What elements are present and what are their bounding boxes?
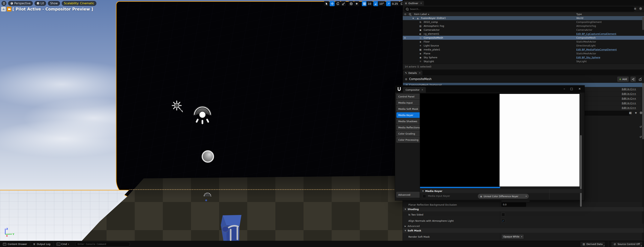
- edit-in-cpp-link[interactable]: Edit in C++: [622, 88, 636, 90]
- select-tool-button[interactable]: [324, 1, 329, 6]
- outliner-row[interactable]: ◈ Floor StaticMeshActor: [403, 40, 644, 44]
- outliner-row[interactable]: ◐ cg_element1 Edit BP_CgCaptureCompEleme…: [403, 32, 644, 36]
- details-scrollbar-thumb[interactable]: [642, 83, 644, 139]
- minimize-icon[interactable]: –: [564, 87, 565, 90]
- reset-property-icon[interactable]: ↺: [640, 135, 642, 139]
- close-icon[interactable]: ✕: [578, 87, 581, 90]
- outliner-row[interactable]: ◉ Sky Sphere Edit BP_Sky_Sphere: [403, 55, 644, 59]
- angle-snap-value[interactable]: 10°: [378, 1, 386, 6]
- outliner-row[interactable]: ⊙ ◎ CompositeMesh CompositeMesh: [403, 36, 644, 40]
- actor-type[interactable]: CompositeMesh: [576, 36, 596, 40]
- actor-type[interactable]: Edit BP_CgCaptureCompElement: [576, 32, 616, 36]
- compositor-nav-tab[interactable]: Media Input: [396, 100, 420, 105]
- close-icon[interactable]: ✕: [422, 89, 423, 91]
- angle-snap-button[interactable]: [373, 1, 378, 6]
- scale-tool-button[interactable]: [341, 1, 346, 6]
- search-input[interactable]: [410, 7, 633, 11]
- grid-snap-button[interactable]: [362, 1, 367, 6]
- compositor-nav-tab[interactable]: Media Reflections: [396, 125, 420, 130]
- output-log-button[interactable]: ≣ Output Log: [30, 241, 53, 247]
- edit-in-cpp-link[interactable]: Edit in C++: [622, 102, 636, 105]
- gear-icon[interactable]: [640, 111, 642, 114]
- eye-icon[interactable]: ⊙: [404, 36, 406, 40]
- render-soft-mask-dropdown[interactable]: Opaque White ▾: [502, 234, 524, 239]
- actor-type[interactable]: World: [576, 16, 583, 20]
- camera-actor-mesh[interactable]: [218, 215, 246, 241]
- visibility-column-icon[interactable]: ⊙: [404, 13, 406, 15]
- planar-occlusion-field[interactable]: 0.0: [502, 203, 526, 207]
- actor-type[interactable]: SkyLight: [576, 59, 586, 63]
- close-icon[interactable]: ✕: [419, 72, 420, 74]
- actor-type[interactable]: Edit BP_MediaPlateCompElement: [576, 48, 617, 51]
- compositor-nav-tab[interactable]: Color Grading: [396, 131, 420, 136]
- edit-in-cpp-link[interactable]: Edit in C++: [622, 97, 636, 100]
- cmd-dropdown[interactable]: >_ Cmd ▾: [54, 241, 72, 247]
- reset-property-icon[interactable]: ↺: [640, 125, 642, 129]
- scale-snap-value[interactable]: 0.25: [390, 1, 400, 6]
- preview-vscrollbar-thumb[interactable]: [580, 135, 582, 207]
- property-row-planar[interactable]: Planar Reflection Background Occlusion 0…: [403, 202, 642, 207]
- actor-type[interactable]: DirectionalLight: [576, 44, 596, 48]
- outliner-search[interactable]: [404, 7, 635, 11]
- source-control-button[interactable]: ⊘ Source Control Off: [611, 242, 642, 247]
- section-shading[interactable]: ▼ Shading: [403, 207, 644, 212]
- derived-data-button[interactable]: ▤ Derived Data: [580, 242, 605, 247]
- compositor-window[interactable]: Compositor ✕ – □ ✕ Control Panel Media I…: [395, 85, 585, 201]
- preview-hscrollbar-thumb[interactable]: [420, 187, 500, 188]
- expand-caret[interactable]: ▼: [412, 16, 415, 20]
- actor-type[interactable]: StaticMeshActor: [576, 51, 596, 55]
- compositor-titlebar[interactable]: Compositor ✕ – □ ✕: [395, 85, 584, 93]
- edit-in-cpp-link[interactable]: Edit in C++: [622, 92, 636, 95]
- surface-snap-button[interactable]: ❖: [354, 1, 359, 6]
- grid-snap-value[interactable]: 10: [366, 1, 373, 6]
- eject-pilot-icon[interactable]: [1, 7, 6, 11]
- outliner-row[interactable]: ☼ SkyLight SkyLight: [403, 59, 644, 63]
- pilot-camera-icon[interactable]: [7, 7, 12, 11]
- advanced-expander[interactable]: ▶ Advanced: [403, 224, 644, 229]
- type-column[interactable]: Type: [576, 13, 582, 15]
- console-command-input[interactable]: [75, 242, 130, 247]
- outliner-row[interactable]: ☀ Light Source DirectionalLight: [403, 44, 644, 48]
- outliner-row[interactable]: ▤ Atmospheric Fog AtmosphericFog: [403, 24, 644, 28]
- scale-snap-button[interactable]: ↗: [386, 1, 391, 6]
- two-sided-checkbox[interactable]: ✓: [502, 213, 505, 216]
- actor-type[interactable]: StaticMeshActor: [576, 40, 596, 44]
- level-viewport[interactable]: Z Y X Perspective Lit Show Scalability: …: [0, 0, 402, 241]
- preview-vscrollbar[interactable]: [580, 93, 582, 200]
- media-plate-selected[interactable]: [116, 1, 402, 198]
- keyer-type-dropdown[interactable]: ◉ Unreal Color Difference Keyer ▾: [478, 194, 529, 199]
- media-keyer-section-header[interactable]: ▼ Media Keyer: [420, 189, 582, 193]
- small-sphere-gizmo[interactable]: [205, 199, 207, 201]
- atmospheric-fog-gizmo[interactable]: [202, 150, 214, 163]
- compositor-nav-tab[interactable]: Media Keyer: [396, 112, 420, 118]
- outliner-row[interactable]: ◈ Plane StaticMeshActor: [403, 51, 644, 55]
- move-tool-button[interactable]: [330, 1, 335, 6]
- actor-type[interactable]: Edit BP_Sky_Sphere: [576, 55, 600, 59]
- outliner-row[interactable]: ◼ CameraActor CameraActor: [403, 28, 644, 32]
- gear-icon[interactable]: [639, 7, 642, 10]
- outliner-scrollbar[interactable]: [642, 17, 644, 30]
- show-button[interactable]: Show: [48, 1, 60, 6]
- compositor-nav-tab[interactable]: Media Shadows: [396, 118, 420, 124]
- item-label-column[interactable]: Item Label: [414, 13, 427, 15]
- media-input-keyer-checkbox[interactable]: [423, 195, 426, 198]
- directional-light-gizmo[interactable]: [171, 100, 184, 114]
- actor-type[interactable]: AtmosphericFog: [576, 24, 596, 28]
- camera-speed-button[interactable]: [400, 1, 402, 6]
- compositor-nav-tab[interactable]: Color Processing: [396, 137, 420, 143]
- compositor-nav-tab[interactable]: Media Soft Mask: [396, 106, 420, 112]
- pin-column-icon[interactable]: [409, 13, 411, 15]
- maximize-icon[interactable]: □: [570, 87, 573, 90]
- tab-outliner[interactable]: ≣ Outliner ✕: [403, 1, 424, 6]
- property-row-render-soft-mask[interactable]: Render Soft Mask Opaque White ▾: [403, 233, 642, 241]
- align-normals-checkbox[interactable]: ✓: [502, 219, 505, 223]
- blueprint-button[interactable]: [630, 77, 636, 82]
- actor-type[interactable]: CameraActor: [576, 28, 592, 32]
- outliner-row[interactable]: ▼ ▲ FusionKeyer (Editor) World: [403, 16, 644, 20]
- tab-compositor[interactable]: Compositor ✕: [403, 87, 426, 93]
- scalability-button[interactable]: Scalability: Cinematic: [62, 1, 96, 6]
- preview-hscrollbar[interactable]: [420, 187, 580, 188]
- lock-open-icon[interactable]: [639, 78, 642, 81]
- lit-button[interactable]: Lit: [34, 1, 46, 6]
- skylight-gizmo[interactable]: [192, 104, 213, 125]
